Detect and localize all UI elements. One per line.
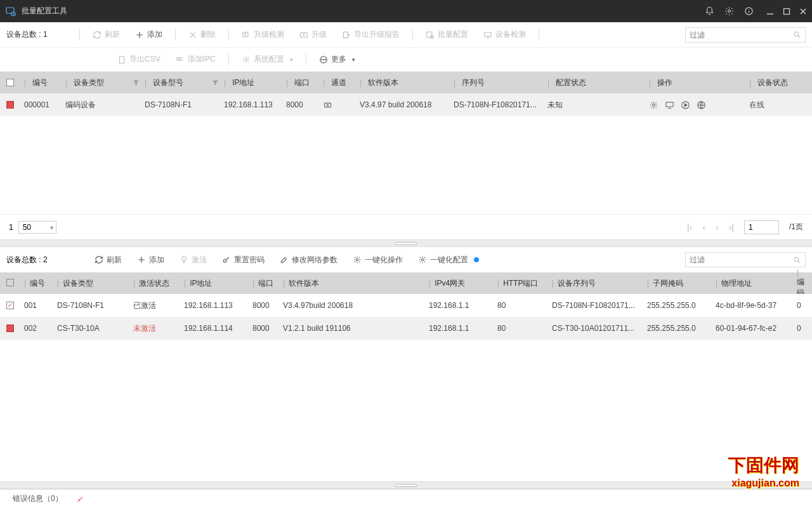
svg-rect-4	[784, 8, 790, 14]
export-csv-button[interactable]: 导出CSV	[111, 51, 167, 67]
filter-field[interactable]	[690, 255, 793, 264]
refresh-icon	[95, 255, 103, 264]
page-total-label: /1页	[789, 222, 803, 232]
chevron-down-icon: ▾	[352, 57, 355, 63]
panel2-toolbar: 设备总数 : 2 刷新 添加 激活 重置密码 修改网络参数 一键化操作 一键化配…	[0, 247, 812, 272]
edit-icon	[280, 255, 289, 264]
table-row[interactable]: ✓ 001 DS-7108N-F1 已激活 192.168.1.113 8000…	[0, 294, 812, 317]
reset-password-button[interactable]: 重置密码	[216, 252, 271, 268]
row-status-icon[interactable]	[6, 324, 14, 332]
minimize-button[interactable]	[766, 8, 774, 15]
svg-point-27	[421, 258, 424, 261]
svg-point-28	[794, 257, 799, 262]
page-input[interactable]	[744, 220, 779, 234]
svg-point-11	[794, 32, 799, 36]
export-upgrade-button[interactable]: 导出升级报告	[336, 27, 406, 43]
select-all-checkbox[interactable]	[6, 79, 14, 86]
gear-icon[interactable]	[724, 6, 734, 16]
info-icon[interactable]	[744, 6, 754, 16]
upgrade-check-button[interactable]: 升级检测	[235, 27, 291, 43]
svg-rect-22	[666, 102, 673, 107]
upgrade-icon	[299, 30, 308, 39]
panel1-toolbar: 设备总数 : 1 刷新 添加 删除 升级检测 升级 导出升级报告 批量配置 设备…	[0, 22, 812, 48]
filter-input-bottom[interactable]	[685, 252, 806, 267]
pin-icon[interactable]	[75, 495, 84, 503]
notification-dot	[474, 257, 479, 262]
sys-config-button[interactable]: 系统配置▾	[235, 51, 299, 67]
table-row[interactable]: 000001 编码设备 DS-7108N-F1 192.168.1.113 80…	[0, 93, 812, 116]
svg-rect-19	[325, 103, 331, 107]
gear-icon	[242, 55, 251, 64]
filter-field[interactable]	[690, 30, 793, 39]
one-click-ops-button[interactable]: 一键化操作	[346, 252, 409, 268]
filter-icon[interactable]	[133, 79, 140, 86]
batch-config-button[interactable]: 批量配置	[419, 27, 475, 43]
filter-icon[interactable]	[212, 79, 219, 86]
prev-page-button[interactable]: ‹	[702, 222, 705, 232]
batch-config-icon	[426, 30, 435, 39]
row-checkbox[interactable]: ✓	[6, 302, 14, 309]
page-size-select[interactable]: 50▾	[18, 221, 56, 234]
panel1-table-header: |编号 |设备类型 |设备型号 |IP地址 |端口 |通道 |软件版本 |序列号…	[0, 72, 812, 93]
delete-button[interactable]: 删除	[182, 27, 222, 43]
close-button[interactable]	[799, 8, 807, 15]
maximize-button[interactable]	[783, 8, 790, 15]
device-check-icon	[483, 30, 492, 39]
error-info-label[interactable]: 错误信息（0）	[13, 493, 63, 504]
csv-icon	[117, 55, 126, 64]
plus-icon	[135, 30, 144, 39]
bell-icon[interactable]	[705, 6, 714, 16]
device-count-label: 设备总数 : 2	[6, 255, 48, 265]
row-monitor-icon[interactable]	[665, 100, 674, 110]
svg-rect-8	[426, 32, 431, 37]
table-row[interactable]: 002 CS-T30-10A 未激活 192.168.1.114 8000 V1…	[0, 317, 812, 340]
search-icon	[793, 30, 801, 39]
svg-point-26	[356, 258, 358, 261]
panel-splitter[interactable]	[0, 239, 812, 247]
row-globe-icon[interactable]	[697, 100, 706, 110]
panel1-table-body: 000001 编码设备 DS-7108N-F1 192.168.1.113 80…	[0, 93, 812, 214]
pagination: 1 50▾ |‹ ‹ › ›| /1页	[0, 214, 812, 239]
svg-rect-10	[484, 32, 491, 36]
search-icon	[793, 256, 801, 264]
first-page-button[interactable]: |‹	[687, 222, 692, 232]
filter-input-top[interactable]	[685, 27, 806, 43]
upgrade-check-icon	[242, 30, 251, 39]
row-status-icon[interactable]	[6, 101, 14, 109]
svg-point-2	[728, 10, 731, 13]
edit-network-button[interactable]: 修改网络参数	[273, 252, 344, 268]
page-label: 1	[9, 223, 13, 232]
plus-icon	[137, 255, 146, 264]
one-click-config-button[interactable]: 一键化配置	[412, 252, 485, 268]
add-button[interactable]: 添加	[131, 252, 171, 268]
add-button[interactable]: 添加	[129, 27, 169, 43]
next-page-button[interactable]: ›	[716, 222, 719, 232]
activate-button[interactable]: 激活	[173, 252, 213, 268]
titlebar: 批量配置工具	[0, 0, 812, 22]
row-play-icon[interactable]	[681, 100, 690, 110]
channel-icon[interactable]	[323, 100, 332, 110]
panel-splitter-bottom[interactable]	[0, 481, 812, 489]
app-icon	[5, 6, 16, 17]
select-all-checkbox[interactable]	[6, 279, 14, 286]
gear-icon	[418, 255, 427, 264]
row-config-icon[interactable]	[649, 100, 658, 110]
device-count-label: 设备总数 : 1	[6, 29, 48, 40]
statusbar: 错误信息（0）	[0, 489, 812, 508]
watermark: 下固件网 xiagujian.com	[728, 453, 799, 489]
panel2-table-header: |编号 |设备类型 |激活状态 |IP地址 |端口 |软件版本 |IPv4网关 …	[0, 272, 812, 294]
export-icon	[342, 30, 351, 39]
upgrade-button[interactable]: 升级	[293, 27, 333, 43]
svg-point-17	[323, 59, 324, 60]
refresh-button[interactable]: 刷新	[86, 27, 126, 43]
svg-point-13	[178, 58, 180, 59]
x-icon	[188, 30, 197, 39]
device-check-button[interactable]: 设备检测	[477, 27, 532, 43]
last-page-button[interactable]: ›|	[729, 222, 734, 232]
more-button[interactable]: 更多▾	[313, 51, 362, 67]
refresh-button[interactable]: 刷新	[88, 252, 128, 268]
panel2-table-body: ✓ 001 DS-7108N-F1 已激活 192.168.1.113 8000…	[0, 294, 812, 481]
refresh-icon	[93, 30, 102, 39]
add-ipc-button[interactable]: 添加IPC	[169, 51, 222, 67]
svg-point-14	[245, 58, 247, 61]
